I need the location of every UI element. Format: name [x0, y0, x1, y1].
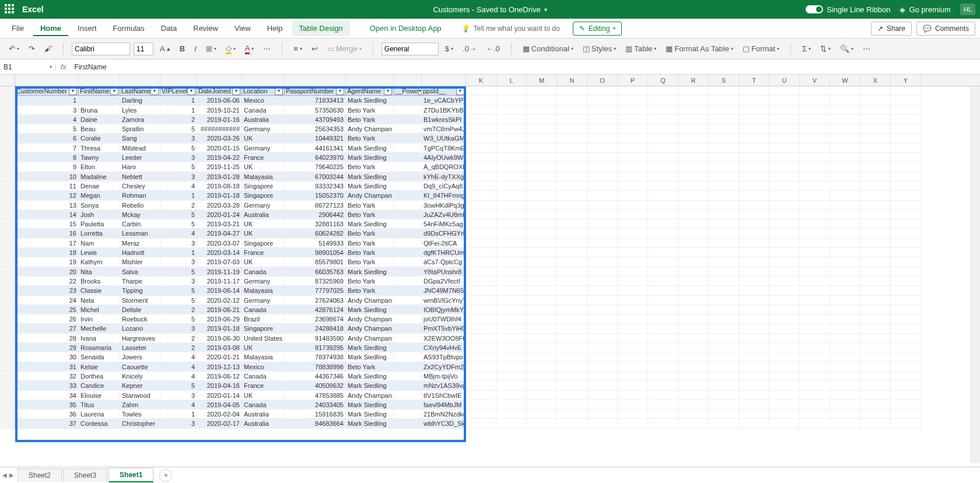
empty-cell[interactable] — [830, 314, 860, 324]
data-cell[interactable]: Singapore — [242, 324, 285, 333]
row-header[interactable] — [0, 334, 15, 343]
data-cell[interactable] — [394, 219, 422, 229]
data-cell[interactable]: Jowers — [120, 352, 160, 362]
data-cell[interactable]: 2 — [160, 305, 197, 314]
data-cell[interactable]: Tawny — [79, 153, 120, 162]
empty-cell[interactable] — [860, 191, 891, 200]
row-header[interactable] — [0, 115, 15, 124]
empty-cell[interactable] — [891, 134, 921, 143]
empty-cell[interactable] — [800, 106, 830, 115]
filter-icon[interactable]: ▾ — [275, 87, 283, 95]
data-cell[interactable] — [394, 96, 422, 105]
empty-cell[interactable] — [709, 352, 739, 362]
row-header[interactable] — [0, 134, 15, 143]
data-cell[interactable]: 2019-11-17 — [197, 276, 242, 286]
empty-cell[interactable] — [830, 191, 860, 200]
empty-cell[interactable] — [709, 276, 739, 286]
data-cell[interactable]: 4 — [160, 372, 197, 381]
row-header[interactable] — [0, 153, 15, 162]
data-cell[interactable]: 36 — [15, 410, 79, 419]
empty-cell[interactable] — [466, 343, 496, 352]
empty-cell[interactable] — [739, 201, 769, 210]
empty-cell[interactable] — [709, 181, 739, 191]
column-header[interactable] — [394, 75, 422, 86]
empty-cell[interactable] — [557, 334, 587, 343]
empty-cell[interactable] — [800, 115, 830, 124]
empty-cell[interactable] — [648, 352, 678, 362]
empty-cell[interactable] — [557, 305, 587, 314]
data-cell[interactable]: 2020-03-07 — [197, 239, 242, 248]
data-cell[interactable]: kYhE-dyTXXg — [422, 172, 466, 181]
empty-cell[interactable] — [618, 257, 648, 267]
empty-cell[interactable] — [618, 391, 648, 400]
table-header-customernumber[interactable]: CustomerNumber▾ — [15, 86, 79, 96]
data-cell[interactable]: 2019-11-19 — [197, 267, 242, 276]
data-cell[interactable]: Beto Yark — [346, 106, 394, 115]
empty-cell[interactable] — [830, 219, 860, 229]
table-header-lastname[interactable]: LastName▾ — [120, 86, 160, 96]
empty-cell[interactable] — [527, 276, 557, 286]
empty-cell[interactable] — [830, 124, 860, 134]
data-cell[interactable]: Storment — [120, 296, 160, 305]
data-cell[interactable]: 60624282 — [285, 229, 346, 238]
empty-cell[interactable] — [466, 153, 496, 162]
data-cell[interactable]: 2020-02-04 — [197, 410, 242, 419]
data-cell[interactable]: Canada — [242, 267, 285, 276]
empty-cell[interactable] — [709, 239, 739, 248]
empty-cell[interactable] — [739, 153, 769, 162]
empty-cell[interactable] — [739, 362, 769, 372]
data-cell[interactable]: 1 — [15, 96, 79, 105]
empty-cell[interactable] — [557, 372, 587, 381]
data-cell[interactable]: Roebuck — [120, 314, 160, 324]
empty-cell[interactable] — [769, 115, 800, 124]
empty-cell[interactable] — [527, 314, 557, 324]
single-line-ribbon-toggle[interactable]: Single Line Ribbon — [806, 5, 890, 14]
empty-cell[interactable] — [527, 124, 557, 134]
empty-cell[interactable] — [830, 324, 860, 333]
empty-cell[interactable] — [618, 334, 648, 343]
empty-cell[interactable] — [466, 381, 496, 390]
row-header[interactable] — [0, 391, 15, 400]
empty-cell[interactable] — [891, 352, 921, 362]
data-cell[interactable]: Carbin — [120, 219, 160, 229]
empty-cell[interactable] — [648, 334, 678, 343]
empty-cell[interactable] — [587, 162, 618, 172]
data-cell[interactable]: Elton — [79, 162, 120, 172]
empty-cell[interactable] — [466, 410, 496, 419]
fill-color-button[interactable]: ◇▾ — [223, 42, 239, 56]
column-header[interactable] — [15, 75, 79, 86]
empty-cell[interactable] — [527, 86, 557, 96]
data-cell[interactable]: Sang — [120, 134, 160, 143]
data-cell[interactable] — [394, 419, 422, 428]
empty-cell[interactable] — [557, 181, 587, 191]
find-button[interactable]: 🔍▾ — [837, 43, 856, 55]
empty-cell[interactable] — [769, 305, 800, 314]
empty-cell[interactable] — [496, 267, 527, 276]
tell-me-search[interactable]: 💡 Tell me what you want to do — [461, 24, 560, 33]
column-header[interactable] — [285, 75, 346, 86]
data-cell[interactable]: vmTC8mPw4Jg — [422, 124, 466, 134]
empty-cell[interactable] — [527, 334, 557, 343]
data-cell[interactable]: Chesley — [120, 181, 160, 191]
empty-cell[interactable] — [800, 144, 830, 153]
data-cell[interactable]: 81739295 — [285, 343, 346, 352]
empty-cell[interactable] — [648, 314, 678, 324]
data-cell[interactable]: Towles — [120, 410, 160, 419]
empty-cell[interactable] — [587, 134, 618, 143]
empty-cell[interactable] — [891, 248, 921, 257]
empty-cell[interactable] — [557, 257, 587, 267]
align-left-button[interactable]: ≡▾ — [290, 43, 305, 55]
empty-cell[interactable] — [618, 248, 648, 257]
empty-cell[interactable] — [557, 134, 587, 143]
undo-button[interactable]: ↶▾ — [6, 43, 22, 55]
data-cell[interactable]: Irvin — [79, 314, 120, 324]
empty-cell[interactable] — [678, 400, 709, 410]
data-cell[interactable] — [394, 334, 422, 343]
data-cell[interactable]: 4AIyOUwk9WY — [422, 153, 466, 162]
column-header-P[interactable]: P — [618, 75, 648, 86]
empty-cell[interactable] — [891, 172, 921, 181]
data-cell[interactable]: 26 — [15, 314, 79, 324]
empty-cell[interactable] — [739, 219, 769, 229]
empty-cell[interactable] — [527, 400, 557, 410]
empty-cell[interactable] — [678, 362, 709, 372]
